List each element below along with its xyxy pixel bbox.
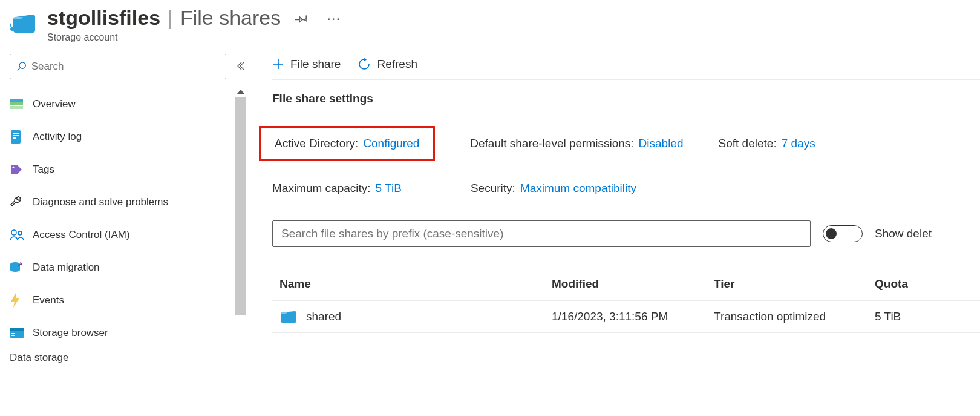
soft-delete-value-link[interactable]: 7 days: [782, 137, 815, 150]
storage-browser-icon: [10, 327, 33, 339]
file-shares-table: Name Modified Tier Quota shared 1/16/202…: [272, 277, 980, 333]
file-share-search-input[interactable]: [272, 220, 811, 247]
share-modified: 1/16/2023, 3:11:56 PM: [552, 310, 714, 323]
sidebar-item-storage-browser[interactable]: Storage browser: [10, 317, 234, 349]
events-icon: [10, 293, 33, 308]
sidebar: Overview Activity log Tags Diagnose and …: [0, 54, 248, 412]
svg-rect-8: [13, 135, 19, 136]
sidebar-item-label: Access Control (IAM): [33, 229, 130, 241]
maximum-capacity-value-link[interactable]: 5 TiB: [376, 182, 402, 195]
sidebar-search[interactable]: [10, 54, 226, 79]
pin-icon[interactable]: [295, 12, 309, 25]
main-content: File share Refresh File share settings A…: [248, 54, 980, 412]
svg-rect-3: [10, 99, 23, 102]
svg-rect-7: [13, 133, 19, 134]
default-permissions-label: Default share-level permissions:: [470, 137, 633, 150]
add-file-share-button[interactable]: File share: [272, 58, 341, 71]
soft-delete-label: Soft delete:: [719, 137, 777, 150]
table-header: Name Modified Tier Quota: [272, 277, 980, 301]
svg-point-1: [19, 62, 25, 68]
access-control-icon: [10, 229, 33, 241]
sidebar-item-label: Activity log: [33, 131, 82, 143]
svg-point-10: [12, 166, 14, 168]
active-directory-label: Active Directory:: [275, 137, 358, 150]
sidebar-item-label: Data migration: [33, 262, 100, 274]
data-migration-icon: [10, 261, 33, 274]
show-deleted-label: Show delet: [875, 227, 932, 240]
resource-type-label: Storage account: [47, 32, 341, 43]
sidebar-item-data-migration[interactable]: Data migration: [10, 251, 234, 284]
add-file-share-label: File share: [290, 58, 341, 71]
col-quota[interactable]: Quota: [875, 277, 978, 291]
show-deleted-toggle[interactable]: [823, 225, 863, 242]
sidebar-item-label: Events: [33, 294, 64, 306]
resource-name: stgollisfiles: [47, 6, 160, 30]
sidebar-item-label: Tags: [33, 163, 54, 176]
svg-rect-15: [10, 328, 24, 331]
svg-rect-16: [11, 333, 15, 334]
svg-rect-9: [13, 137, 16, 139]
sidebar-item-label: Storage browser: [33, 327, 108, 339]
activity-log-icon: [10, 130, 33, 144]
diagnose-icon: [10, 196, 33, 209]
sidebar-item-diagnose[interactable]: Diagnose and solve problems: [10, 186, 234, 219]
sidebar-item-overview[interactable]: Overview: [10, 88, 234, 121]
blade-title: File shares: [180, 6, 281, 30]
search-input[interactable]: [31, 61, 220, 73]
sidebar-item-activity-log[interactable]: Activity log: [10, 121, 234, 153]
col-modified[interactable]: Modified: [552, 277, 714, 291]
scroll-thumb[interactable]: [235, 97, 246, 315]
refresh-button[interactable]: Refresh: [358, 58, 417, 71]
svg-rect-17: [11, 335, 15, 336]
svg-rect-4: [10, 102, 23, 105]
svg-rect-5: [10, 106, 23, 109]
sidebar-section-data-storage: Data storage: [10, 352, 246, 364]
svg-line-2: [18, 68, 21, 71]
share-quota: 5 TiB: [875, 310, 978, 323]
file-share-icon: [279, 309, 298, 324]
col-tier[interactable]: Tier: [714, 277, 875, 291]
scroll-up-icon[interactable]: [237, 90, 245, 94]
col-name[interactable]: Name: [279, 277, 552, 291]
overview-icon: [10, 99, 33, 110]
active-directory-highlight: Active Directory: Configured: [259, 126, 435, 161]
toolbar: File share Refresh: [272, 54, 980, 80]
security-label: Security:: [471, 182, 515, 195]
svg-point-11: [11, 230, 16, 235]
sidebar-nav: Overview Activity log Tags Diagnose and …: [10, 88, 246, 349]
refresh-label: Refresh: [377, 58, 417, 71]
settings-heading: File share settings: [272, 92, 980, 105]
share-tier: Transaction optimized: [714, 310, 875, 323]
collapse-sidebar-icon[interactable]: [235, 61, 246, 73]
maximum-capacity-label: Maximum capacity:: [272, 182, 371, 195]
sidebar-item-label: Diagnose and solve problems: [33, 196, 168, 208]
svg-rect-6: [11, 130, 21, 144]
blade-header: stgollisfiles | File shares ··· Storage …: [0, 0, 980, 54]
sidebar-scrollbar[interactable]: [234, 88, 248, 412]
security-value-link[interactable]: Maximum compatibility: [520, 182, 636, 195]
active-directory-value-link[interactable]: Configured: [363, 137, 419, 150]
table-row[interactable]: shared 1/16/2023, 3:11:56 PM Transaction…: [272, 301, 980, 333]
tags-icon: [10, 163, 33, 176]
more-icon[interactable]: ···: [327, 10, 341, 27]
storage-account-icon: [10, 12, 38, 37]
sidebar-item-events[interactable]: Events: [10, 284, 234, 317]
sidebar-item-access-control[interactable]: Access Control (IAM): [10, 219, 234, 251]
share-name: shared: [306, 310, 341, 323]
sidebar-item-label: Overview: [33, 98, 76, 110]
default-permissions-value-link[interactable]: Disabled: [639, 137, 684, 150]
svg-point-12: [18, 231, 22, 235]
header-titles: stgollisfiles | File shares ··· Storage …: [47, 6, 341, 43]
sidebar-item-tags[interactable]: Tags: [10, 153, 234, 186]
